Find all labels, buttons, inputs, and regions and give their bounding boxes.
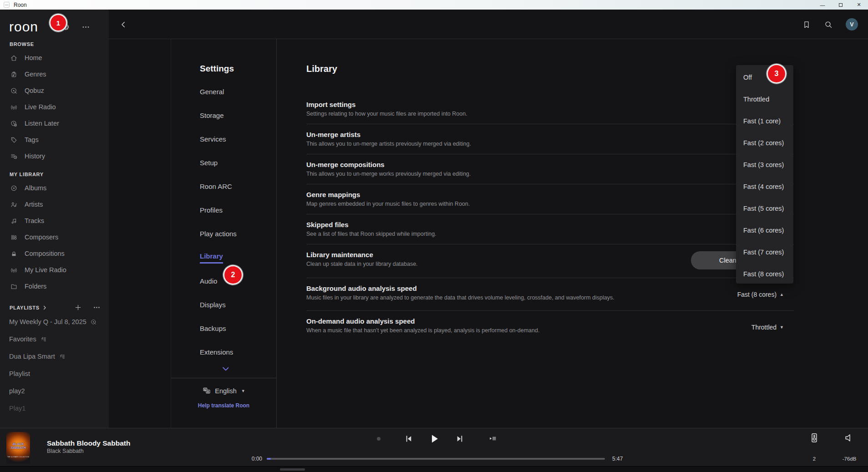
playlist-item-favorites[interactable]: Favorites xyxy=(0,330,109,348)
setting-row-skipped-files[interactable]: Skipped filesSee a list of files that Ro… xyxy=(306,214,794,244)
settings-nav-displays[interactable]: Displays xyxy=(171,293,276,317)
settings-nav-label: Profiles xyxy=(200,206,223,215)
total-time: 5:47 xyxy=(612,456,623,462)
language-selector[interactable]: English ▼ xyxy=(171,386,276,396)
now-playing-title[interactable]: Sabbath Bloody Sabbath xyxy=(47,439,130,447)
on-demand-audio-analysis-speed-value[interactable]: Throttled▼ xyxy=(751,311,784,344)
playlist-item-label: Playlist xyxy=(9,370,30,377)
home-icon xyxy=(10,54,18,62)
dropdown-option-off[interactable]: Off xyxy=(736,66,793,88)
settings-nav-label: Library xyxy=(200,252,223,264)
setting-row-library-maintenance[interactable]: Library maintenanceClean up stale data i… xyxy=(306,244,794,278)
loop-indicator-icon[interactable] xyxy=(377,437,381,441)
setting-row-un-merge-artists[interactable]: Un-merge artistsThis allows you to un-me… xyxy=(306,124,794,154)
settings-nav-label: Audio xyxy=(200,277,217,286)
zone-picker[interactable]: 2 xyxy=(805,432,823,462)
sidebar-item-live-radio[interactable]: Live Radio xyxy=(0,99,109,115)
window-titlebar: roon Roon — ✕ xyxy=(0,0,868,10)
help-translate-link[interactable]: Help translate Roon xyxy=(171,402,276,409)
dropdown-option-fast-8-cores[interactable]: Fast (8 cores) xyxy=(736,263,793,285)
settings-nav-audio[interactable]: Audio xyxy=(171,269,276,293)
search-icon[interactable] xyxy=(824,20,833,29)
dropdown-option-throttled[interactable]: Throttled xyxy=(736,88,793,110)
settings-nav-label: General xyxy=(200,88,224,96)
next-track-button[interactable] xyxy=(455,434,465,444)
setting-row-import-settings[interactable]: Import settingsSettings relating to how … xyxy=(306,94,794,124)
settings-nav-label: Displays xyxy=(200,301,226,310)
previous-track-button[interactable] xyxy=(404,434,414,444)
close-button[interactable]: ✕ xyxy=(850,0,868,10)
language-caret-icon: ▼ xyxy=(241,389,245,393)
sidebar-item-label: History xyxy=(25,152,45,160)
playlist-item-dua-lipa-smart[interactable]: Dua Lipa Smart xyxy=(0,348,109,365)
profile-avatar[interactable]: V xyxy=(846,18,858,30)
chevron-right-icon xyxy=(42,305,47,310)
volume-control[interactable]: -76dB xyxy=(838,432,860,462)
queue-icon[interactable] xyxy=(488,434,497,444)
back-icon[interactable] xyxy=(119,20,127,29)
dropdown-option-fast-2-cores[interactable]: Fast (2 cores) xyxy=(736,132,793,154)
dropdown-option-fast-1-core[interactable]: Fast (1 core) xyxy=(736,110,793,132)
sidebar-item-label: Listen Later xyxy=(25,120,59,127)
horizontal-scrollbar[interactable] xyxy=(0,466,868,472)
sidebar-item-compositions[interactable]: Compositions xyxy=(0,245,109,262)
dropdown-option-fast-4-cores[interactable]: Fast (4 cores) xyxy=(736,176,793,198)
my-library-section-label: MY LIBRARY xyxy=(10,172,109,177)
settings-nav-backups[interactable]: Backups xyxy=(171,317,276,340)
playlists-more-icon[interactable] xyxy=(93,304,101,311)
smart-icon xyxy=(59,353,66,360)
playlist-item-my-weekly-q-jul-8-2025[interactable]: My Weekly Q - Jul 8, 2025 xyxy=(0,313,109,330)
seek-bar[interactable] xyxy=(267,458,605,460)
minimize-button[interactable]: — xyxy=(813,0,832,10)
sidebar-item-tracks[interactable]: Tracks xyxy=(0,213,109,229)
nav-divider xyxy=(171,378,276,378)
sidebar-item-genres[interactable]: Genres xyxy=(0,66,109,82)
add-playlist-icon[interactable] xyxy=(74,304,82,311)
settings-nav-profiles[interactable]: Profiles xyxy=(171,198,276,222)
nav-expand-chevron-icon[interactable] xyxy=(219,364,228,373)
settings-nav-play-actions[interactable]: Play actions xyxy=(171,222,276,246)
settings-nav-roon-arc[interactable]: Roon ARC xyxy=(171,175,276,198)
setting-row-genre-mappings[interactable]: Genre mappingsMap genres embedded in you… xyxy=(306,184,794,214)
sidebar-item-label: My Live Radio xyxy=(25,266,66,274)
dropdown-option-fast-5-cores[interactable]: Fast (5 cores) xyxy=(736,198,793,219)
settings-nav-general[interactable]: General xyxy=(171,80,276,104)
settings-nav-storage[interactable]: Storage xyxy=(171,104,276,127)
maximize-button[interactable] xyxy=(832,0,850,10)
sidebar-item-history[interactable]: History xyxy=(0,148,109,164)
dropdown-option-fast-3-cores[interactable]: Fast (3 cores) xyxy=(736,154,793,176)
dropdown-option-fast-6-cores[interactable]: Fast (6 cores) xyxy=(736,219,793,241)
album-art[interactable]: BLACK SABBATH THE ULTIMATE COLLECTION xyxy=(6,432,30,464)
settings-nav-library[interactable]: Library xyxy=(171,246,276,269)
sidebar-item-artists[interactable]: Artists xyxy=(0,196,109,213)
setting-row-un-merge-compositions[interactable]: Un-merge compositionsThis allows you to … xyxy=(306,154,794,184)
playlists-header[interactable]: PLAYLISTS xyxy=(10,304,101,311)
settings-nav-extensions[interactable]: Extensions xyxy=(171,340,276,364)
now-playing-artist[interactable]: Black Sabbath xyxy=(47,448,84,454)
settings-nav-label: Storage xyxy=(200,112,224,120)
setting-row-subtitle: Music files in your library are analyzed… xyxy=(306,294,794,301)
settings-nav-services[interactable]: Services xyxy=(171,127,276,151)
play-button[interactable] xyxy=(428,433,441,445)
overflow-menu-icon[interactable] xyxy=(81,23,90,31)
sidebar-item-composers[interactable]: Composers xyxy=(0,229,109,245)
sidebar-item-qobuz[interactable]: Qobuz xyxy=(0,82,109,99)
settings-nav-setup[interactable]: Setup xyxy=(171,151,276,175)
scrollbar-thumb[interactable] xyxy=(280,468,305,471)
bookmark-icon[interactable] xyxy=(802,20,811,29)
sidebar-item-label: Tracks xyxy=(25,217,44,224)
tag-icon xyxy=(10,136,18,144)
genres-icon xyxy=(10,71,18,78)
sidebar-item-folders[interactable]: Folders xyxy=(0,278,109,294)
playlist-item-play2[interactable]: play2 xyxy=(0,382,109,400)
sidebar-item-my-live-radio[interactable]: My Live Radio xyxy=(0,262,109,278)
volume-value: -76dB xyxy=(838,456,860,462)
sidebar-item-albums[interactable]: Albums xyxy=(0,180,109,196)
artists-icon xyxy=(10,201,18,208)
sidebar-item-tags[interactable]: Tags xyxy=(0,132,109,148)
sidebar-item-listen-later[interactable]: Listen Later xyxy=(0,115,109,132)
dropdown-option-fast-7-cores[interactable]: Fast (7 cores) xyxy=(736,241,793,263)
playlist-item-playlist[interactable]: Playlist xyxy=(0,365,109,382)
playlist-item-play1[interactable]: Play1 xyxy=(0,400,109,417)
sidebar-item-home[interactable]: Home xyxy=(0,50,109,66)
